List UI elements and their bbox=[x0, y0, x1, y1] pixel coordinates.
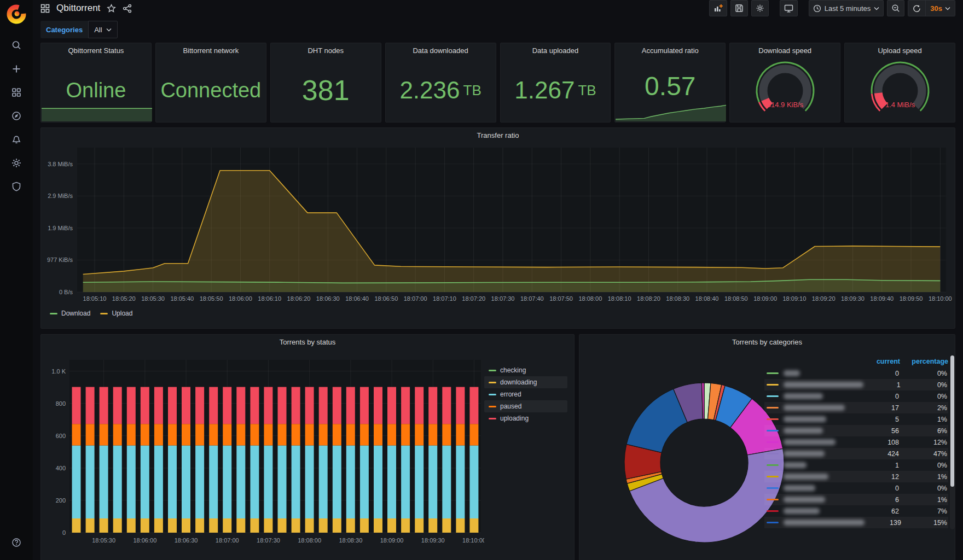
column-header-current[interactable]: current bbox=[862, 358, 900, 365]
legend-swatch bbox=[100, 313, 108, 314]
category-swatch[interactable] bbox=[767, 407, 779, 409]
legend-item-uploading[interactable]: uploading bbox=[484, 412, 567, 424]
column-header-percentage[interactable]: percentage bbox=[900, 358, 948, 365]
dashboard-grid-icon[interactable] bbox=[40, 4, 50, 13]
share-icon[interactable] bbox=[123, 4, 132, 13]
category-swatch[interactable] bbox=[767, 372, 779, 374]
dashboards-icon[interactable] bbox=[11, 87, 22, 98]
legend-item-errored[interactable]: errored bbox=[484, 388, 567, 400]
svg-text:18:08:30: 18:08:30 bbox=[339, 537, 362, 544]
panel-data-downloaded: Data downloaded 2.236 TB bbox=[385, 43, 496, 122]
help-icon[interactable] bbox=[11, 537, 22, 548]
panel-title[interactable]: Data downloaded bbox=[386, 43, 496, 59]
category-swatch[interactable] bbox=[767, 476, 779, 477]
category-current-value: 139 bbox=[865, 519, 901, 527]
svg-text:18:07:20: 18:07:20 bbox=[462, 295, 485, 302]
star-icon[interactable] bbox=[107, 4, 116, 13]
tv-mode-button[interactable] bbox=[780, 0, 798, 16]
alerting-bell-icon[interactable] bbox=[11, 134, 22, 145]
category-swatch[interactable] bbox=[767, 499, 779, 500]
stat-value: 1.267 bbox=[514, 78, 575, 102]
category-label-blurred bbox=[784, 508, 820, 514]
panel-upload-speed: Upload speed 1.4 MiB/s bbox=[844, 43, 955, 122]
category-current-value: 1 bbox=[863, 381, 901, 389]
legend-label: errored bbox=[500, 390, 521, 398]
panel-data-uploaded: Data uploaded 1.267 TB bbox=[500, 43, 611, 122]
grafana-logo[interactable] bbox=[5, 3, 27, 25]
torrents-by-status-chart[interactable]: 02004006008001.0 K18:05:3018:06:0018:06:… bbox=[43, 351, 484, 555]
category-label-blurred bbox=[784, 474, 828, 480]
transfer-ratio-chart[interactable]: 18:05:1018:05:2018:05:3018:05:4018:05:50… bbox=[41, 143, 954, 307]
admin-shield-icon[interactable] bbox=[11, 181, 22, 192]
category-swatch[interactable] bbox=[767, 441, 779, 443]
svg-text:18:06:10: 18:06:10 bbox=[258, 295, 281, 302]
legend-label: downloading bbox=[500, 378, 537, 386]
category-swatch[interactable] bbox=[767, 453, 779, 454]
search-icon[interactable] bbox=[11, 40, 22, 51]
legend-item-downloading[interactable]: downloading bbox=[484, 376, 567, 388]
category-percentage-value: 1% bbox=[899, 473, 947, 481]
category-swatch[interactable] bbox=[767, 418, 779, 420]
svg-text:1.0 K: 1.0 K bbox=[51, 368, 66, 375]
panel-title[interactable]: Data uploaded bbox=[501, 43, 611, 59]
table-row: 172% bbox=[764, 402, 948, 413]
variable-value: All bbox=[94, 26, 102, 34]
svg-text:18:07:30: 18:07:30 bbox=[257, 537, 280, 544]
settings-gear-icon[interactable] bbox=[11, 158, 22, 168]
category-swatch[interactable] bbox=[767, 395, 779, 397]
category-swatch[interactable] bbox=[767, 464, 779, 466]
category-swatch[interactable] bbox=[767, 384, 779, 386]
category-swatch[interactable] bbox=[767, 487, 779, 489]
dashboard-settings-button[interactable] bbox=[751, 0, 769, 16]
legend-item-paused[interactable]: paused bbox=[484, 400, 567, 412]
svg-text:0: 0 bbox=[62, 529, 66, 536]
time-range-picker[interactable]: Last 5 minutes bbox=[809, 0, 884, 16]
panel-accumulated-ratio: Accumulated ratio 0.57 bbox=[614, 43, 726, 122]
panel-title[interactable]: Download speed bbox=[730, 43, 840, 59]
save-dashboard-button[interactable] bbox=[730, 0, 748, 16]
category-swatch[interactable] bbox=[767, 430, 779, 431]
svg-text:18:08:50: 18:08:50 bbox=[724, 295, 748, 302]
variable-value-dropdown[interactable]: All bbox=[88, 21, 117, 38]
download-speed-gauge: 314.9 KiB/s bbox=[741, 59, 829, 120]
panel-title[interactable]: Bittorrent network bbox=[156, 43, 266, 59]
legend-item-download[interactable]: Download bbox=[50, 310, 90, 317]
sidebar-menu bbox=[11, 40, 22, 192]
legend-item-upload[interactable]: Upload bbox=[100, 310, 132, 317]
stat-value: Online bbox=[66, 80, 126, 101]
panel-title[interactable]: Accumulated ratio bbox=[615, 43, 725, 59]
time-range-label: Last 5 minutes bbox=[825, 4, 871, 13]
category-swatch[interactable] bbox=[767, 522, 779, 523]
legend-item-checking[interactable]: checking bbox=[484, 364, 567, 376]
svg-text:18:09:50: 18:09:50 bbox=[900, 295, 923, 302]
panel-title[interactable]: Upload speed bbox=[845, 43, 955, 59]
create-plus-icon[interactable] bbox=[11, 63, 22, 74]
panel-title[interactable]: Transfer ratio bbox=[41, 128, 955, 143]
svg-text:18:08:40: 18:08:40 bbox=[695, 295, 719, 302]
zoom-out-time-button[interactable] bbox=[887, 0, 904, 16]
svg-text:800: 800 bbox=[56, 400, 66, 407]
category-current-value: 5 bbox=[861, 416, 899, 423]
category-swatch[interactable] bbox=[767, 510, 779, 512]
panel-download-speed: Download speed 314.9 KiB/s bbox=[729, 43, 840, 122]
legend-swatch bbox=[489, 370, 496, 371]
panel-title[interactable]: Qbittorrent Status bbox=[41, 43, 151, 59]
stat-value: 381 bbox=[302, 76, 350, 104]
dashboard-title[interactable]: Qbittorrent bbox=[56, 3, 100, 14]
svg-text:18:05:50: 18:05:50 bbox=[200, 295, 223, 302]
add-panel-button[interactable] bbox=[709, 0, 727, 16]
category-current-value: 62 bbox=[861, 508, 899, 515]
panel-title[interactable]: Torrents by categories bbox=[579, 335, 955, 350]
refresh-interval-dropdown[interactable]: 30s bbox=[925, 1, 955, 16]
panel-title[interactable]: Torrents by status bbox=[41, 335, 574, 350]
table-scrollbar-thumb[interactable] bbox=[950, 355, 954, 487]
category-percentage-value: 0% bbox=[899, 393, 947, 400]
svg-text:18:06:00: 18:06:00 bbox=[133, 537, 156, 544]
variable-label[interactable]: Categories bbox=[40, 21, 88, 38]
explore-compass-icon[interactable] bbox=[11, 110, 22, 121]
svg-text:18:07:50: 18:07:50 bbox=[549, 295, 573, 302]
refresh-button[interactable] bbox=[908, 1, 925, 16]
chevron-down-icon bbox=[945, 7, 950, 10]
svg-text:18:09:00: 18:09:00 bbox=[380, 537, 404, 544]
panel-title[interactable]: DHT nodes bbox=[271, 43, 381, 59]
